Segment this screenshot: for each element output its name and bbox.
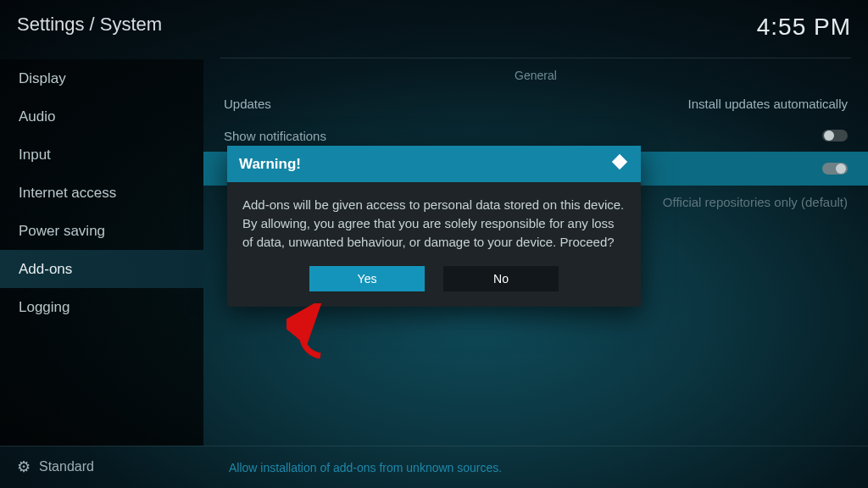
sidebar-item-internet-access[interactable]: Internet access (0, 174, 203, 212)
gear-icon: ⚙ (17, 458, 31, 476)
sidebar-item-input[interactable]: Input (0, 136, 203, 174)
yes-button[interactable]: Yes (309, 266, 425, 291)
sidebar-item-power-saving[interactable]: Power saving (0, 212, 203, 250)
toggle-unknown-sources[interactable] (822, 163, 848, 175)
footer: ⚙ Standard Allow installation of add-ons… (0, 446, 868, 488)
sidebar-item-add-ons[interactable]: Add-ons (0, 250, 203, 288)
clock: 4:55 PM (757, 14, 851, 41)
sidebar-item-display[interactable]: Display (0, 59, 203, 97)
settings-level-label: Standard (39, 459, 94, 474)
kodi-logo-icon (610, 152, 629, 175)
row-update-repos-value: Official repositories only (default) (663, 195, 848, 209)
header: Settings / System 4:55 PM (17, 14, 851, 41)
section-title: General (220, 69, 851, 82)
dialog-title: Warning! (239, 156, 301, 173)
dialog-titlebar: Warning! (227, 146, 641, 182)
sidebar-item-audio[interactable]: Audio (0, 97, 203, 136)
dialog-buttons: Yes No (227, 259, 641, 307)
row-updates[interactable]: Updates Install updates automatically (220, 87, 851, 119)
settings-sidebar: Display Audio Input Internet access Powe… (0, 59, 203, 446)
warning-dialog: Warning! Add-ons will be given access to… (227, 146, 641, 307)
toggle-show-notifications[interactable] (822, 130, 848, 141)
sidebar-item-logging[interactable]: Logging (0, 288, 203, 326)
row-updates-value: Install updates automatically (688, 97, 848, 111)
setting-hint: Allow installation of add-ons from unkno… (203, 446, 868, 488)
dialog-body: Add-ons will be given access to personal… (227, 182, 641, 259)
settings-level[interactable]: ⚙ Standard (0, 458, 203, 476)
no-button[interactable]: No (443, 266, 559, 291)
row-updates-label: Updates (224, 97, 271, 111)
row-show-notifications-label: Show notifications (224, 129, 326, 143)
breadcrumb: Settings / System (17, 14, 162, 36)
